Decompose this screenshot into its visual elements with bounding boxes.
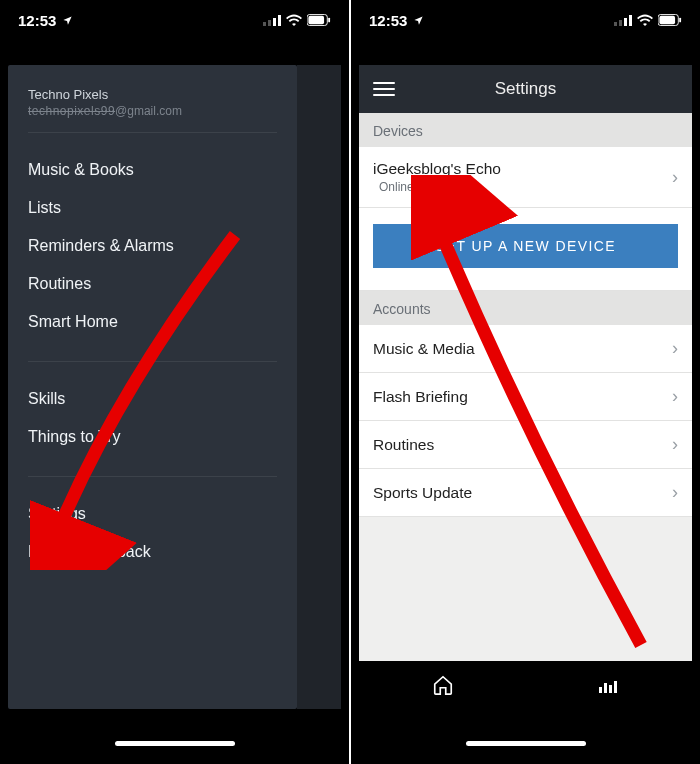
svg-rect-1 [268,20,271,26]
row-routines[interactable]: Routines › [359,421,692,469]
sidebar-item-music-books[interactable]: Music & Books [28,151,277,189]
section-accounts-label: Accounts [359,291,692,325]
sidebar-item-things-to-try[interactable]: Things to Try [28,418,277,456]
row-flash-briefing[interactable]: Flash Briefing › [359,373,692,421]
home-icon[interactable] [432,674,454,696]
section-devices-label: Devices [359,113,692,147]
status-bar: 12:53 [351,0,700,40]
settings-header: Settings [359,65,692,113]
row-label: Music & Media [373,340,475,358]
home-indicator [115,741,235,746]
phone-right: 12:53 Settings Devices iGeeksblog's Echo… [351,0,700,764]
svg-rect-2 [273,18,276,26]
phone-left: 12:53 Techno Pixels technopixels99@gmail… [0,0,349,764]
status-time: 12:53 [369,12,407,29]
sidebar-drawer: Techno Pixels technopixels99@gmail.com M… [8,65,297,709]
battery-icon [307,14,331,26]
svg-rect-7 [614,22,617,26]
row-label: Routines [373,436,434,454]
chevron-right-icon: › [672,338,678,359]
chevron-right-icon: › [672,482,678,503]
battery-icon [658,14,682,26]
sidebar-item-reminders-alarms[interactable]: Reminders & Alarms [28,227,277,265]
svg-rect-8 [619,20,622,26]
equalizer-icon[interactable] [599,677,619,693]
device-row-echo[interactable]: iGeeksblog's Echo Online › [359,147,692,208]
sidebar-item-settings[interactable]: Settings [28,495,277,533]
cell-icon [263,15,281,26]
svg-rect-9 [624,18,627,26]
svg-rect-5 [308,16,324,24]
svg-rect-13 [679,18,681,23]
bottom-nav [359,661,692,709]
device-name: iGeeksblog's Echo [373,160,501,178]
svg-rect-15 [604,683,607,693]
hamburger-icon[interactable] [373,82,395,96]
svg-rect-6 [328,18,330,23]
location-icon [62,15,73,26]
profile-email: technopixels99@gmail.com [28,104,277,118]
svg-rect-17 [614,681,617,693]
wifi-icon [637,14,653,26]
svg-rect-12 [659,16,675,24]
cell-icon [614,15,632,26]
location-icon [413,15,424,26]
settings-screen: Settings Devices iGeeksblog's Echo Onlin… [359,65,692,709]
row-sports-update[interactable]: Sports Update › [359,469,692,517]
svg-rect-16 [609,685,612,693]
sidebar-item-routines[interactable]: Routines [28,265,277,303]
sidebar-item-smart-home[interactable]: Smart Home [28,303,277,341]
svg-rect-0 [263,22,266,26]
sidebar-item-skills[interactable]: Skills [28,380,277,418]
chevron-right-icon: › [672,434,678,455]
device-status: Online [379,180,501,194]
status-time: 12:53 [18,12,56,29]
svg-rect-3 [278,15,281,26]
wifi-icon [286,14,302,26]
row-label: Sports Update [373,484,472,502]
svg-rect-14 [599,687,602,693]
row-label: Flash Briefing [373,388,468,406]
sidebar-item-help-feedback[interactable]: Help & Feedback [28,533,277,571]
profile-name: Techno Pixels [28,87,277,102]
page-title: Settings [359,79,692,99]
svg-rect-10 [629,15,632,26]
home-indicator [466,741,586,746]
row-music-media[interactable]: Music & Media › [359,325,692,373]
sidebar-item-lists[interactable]: Lists [28,189,277,227]
chevron-right-icon: › [672,386,678,407]
setup-new-device-button[interactable]: SET UP A NEW DEVICE [373,224,678,268]
chevron-right-icon: › [672,167,678,188]
status-bar: 12:53 [0,0,349,40]
